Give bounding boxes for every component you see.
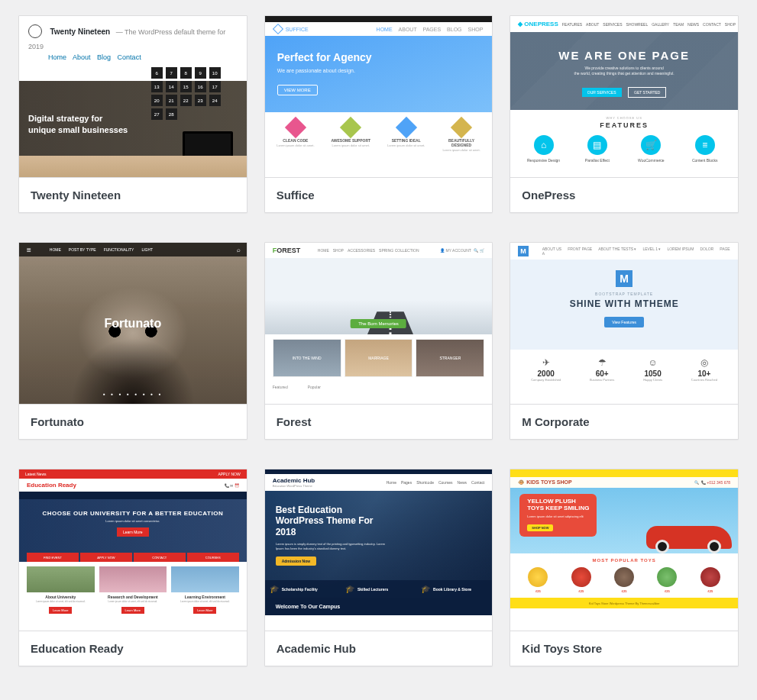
theme-name: Fortunato (19, 405, 247, 439)
tile-title: Skilled Lecturers (357, 587, 388, 592)
product-thumb (657, 567, 677, 587)
theme-thumbnail: ≡ HOME POST BY TYPE FUNCTIONALITY LIGHT … (19, 243, 247, 405)
preview-nav: HOME ABOUT PAGES BLOG SHOP (372, 27, 484, 32)
hexagon-icon (285, 117, 306, 138)
product-price: £25 (700, 589, 720, 593)
hero-tile: FIND EVENT (27, 553, 79, 562)
theme-card-forest[interactable]: FOREST HOMESHOPACCESSORIESSPRING COLLECT… (264, 242, 493, 440)
nav-link: Blog (97, 53, 111, 61)
hero-tile: COURSES (187, 553, 239, 562)
m-logo-large-icon: M (616, 270, 632, 287)
theme-card-kid-toys-store[interactable]: 🐵 KIDS TOYS SHOP 🔍 📞 +012 345 678 YELLOW… (510, 469, 739, 666)
circle-icon: ≡ (695, 135, 715, 155)
hero-title: Perfect for Agency (277, 51, 480, 63)
theme-card-suffice[interactable]: SUFFICE HOME ABOUT PAGES BLOG SHOP Perfe… (264, 15, 493, 213)
preview-nav: ABOUT USFRONT PAGEABOUT THE TESTS ▾LEVEL… (542, 247, 730, 256)
preview-brand: SUFFICE (286, 27, 309, 32)
user-icon: 👤 (440, 248, 445, 253)
column-image (99, 566, 167, 592)
product-thumb (571, 567, 591, 587)
hexagon-icon (451, 117, 472, 138)
circle-icon: ▤ (587, 135, 607, 155)
column-image (27, 566, 95, 592)
product-price: £25 (571, 589, 591, 593)
hexagon-icon (340, 117, 361, 138)
hero-subtitle: We provide creative solutions to clients… (510, 66, 738, 76)
product-thumb (528, 567, 548, 587)
theme-thumbnail: Latest NewsAPPLY NOW Education Ready 📞 ✉… (19, 469, 247, 631)
theme-thumbnail: M ABOUT USFRONT PAGEABOUT THE TESTS ▾LEV… (510, 243, 738, 405)
hero-button: Admission Now (276, 556, 317, 566)
hero-title: Best Education WordPress Theme For 2018 (276, 505, 375, 537)
hero-button: View Features (604, 317, 644, 327)
hero-subtitle: Lorem ipsum dolor sit amet consectetur. (19, 519, 247, 523)
theme-name: OnePress (510, 178, 738, 212)
primary-button: OUR SERVICES (582, 88, 622, 97)
graduation-cap-icon: 🎓 (345, 585, 354, 593)
footer-credit: Kid Toys Store Wordpress Theme By Themes… (510, 598, 738, 608)
graduation-cap-icon: 🎓 (270, 585, 279, 593)
section-eyebrow: WHY CHOOSE US (510, 116, 738, 120)
stat-value: 1050 (643, 369, 662, 378)
theme-card-academic-hub[interactable]: Academic Hub Education WordPress Theme H… (264, 469, 493, 666)
theme-card-fortunato[interactable]: ≡ HOME POST BY TYPE FUNCTIONALITY LIGHT … (18, 242, 247, 440)
preview-nav: 📞 ✉ ⏰ (225, 483, 239, 488)
tile-title: Book Library & Store (433, 587, 471, 592)
column-image (171, 566, 239, 592)
section-title: FEATURES (510, 121, 738, 129)
hero-tile: APPLY NOW (80, 553, 132, 562)
suffice-logo-icon (273, 24, 283, 34)
stat-icon: ◎ (691, 357, 717, 368)
theme-name: Forest (265, 405, 493, 439)
preview-nav: HomePagesShortcodeCoursesNewsContact (382, 480, 485, 485)
toy-car-graphic (646, 526, 732, 549)
theme-card-m-corporate[interactable]: M ABOUT USFRONT PAGEABOUT THE TESTS ▾LEV… (510, 242, 739, 440)
theme-name: M Corporate (510, 405, 738, 439)
product-price: £25 (528, 589, 548, 593)
search-icon: ⌕ (237, 247, 241, 253)
preview-brand: Academic Hub (273, 477, 315, 484)
column-button: Learn More (193, 607, 216, 614)
product-thumb (700, 567, 720, 587)
hero-subtitle: We are passionate about design. (277, 68, 480, 73)
topbar-right: APPLY NOW (218, 472, 240, 476)
theme-thumbnail: Academic Hub Education WordPress Theme H… (265, 469, 493, 631)
section-title: MOST POPULAR TOYS (510, 553, 738, 567)
stat-value: 10+ (691, 369, 717, 378)
column-button: Learn More (49, 607, 72, 614)
product-thumb (614, 567, 634, 587)
theme-card-education-ready[interactable]: Latest NewsAPPLY NOW Education Ready 📞 ✉… (18, 469, 247, 666)
themes-grid: Twenty Nineteen — The WordPress default … (18, 15, 739, 666)
phone-icon: 🔍 📞 +012 345 678 (694, 480, 730, 485)
theme-name: Suffice (265, 178, 493, 212)
theme-thumbnail: ONEPRESS FEATURESABOUTSERVICESSHOWREELGA… (510, 16, 738, 178)
feature-card: STRANGER (416, 339, 484, 377)
preview-brand: ONEPRESS (518, 21, 558, 27)
calendar-graphic: 678910 1314151617 2021222324 2728 (151, 67, 224, 102)
hamburger-icon: ≡ (27, 246, 31, 254)
m-logo-icon: M (518, 246, 528, 256)
hero-title: Fortunato (105, 317, 162, 331)
preview-nav: FEATURESABOUTSERVICESSHOWREELGALLERYTEAM… (558, 22, 736, 27)
hero-text: Digital strategy for unique small busine… (28, 113, 128, 137)
stat-icon: ☺ (643, 357, 662, 368)
brand-subtitle: Education WordPress Theme (273, 484, 315, 488)
preview-brand: 🐵 KIDS TOYS SHOP (518, 479, 571, 485)
nav-link: Home (48, 53, 66, 61)
theme-name: Twenty Nineteen (19, 178, 247, 212)
hero-title: WE ARE ONE PAGE (510, 49, 738, 62)
hero-title: SHINE WITH MTHEME (510, 298, 738, 309)
hero-button: VIEW MORE (277, 85, 318, 95)
hero-eyebrow: BOOTSTRAP TEMPLATE (510, 292, 738, 296)
shop-now-button: SHOP NOW (527, 524, 553, 531)
preview-brand: FOREST (273, 247, 301, 254)
nav-link: About (73, 53, 91, 61)
circle-icon: ⌂ (534, 135, 554, 155)
circle-icon: 🛒 (641, 135, 661, 155)
feature-card: MARRIAGE (345, 339, 413, 377)
theme-card-onepress[interactable]: ONEPRESS FEATURESABOUTSERVICESSHOWREELGA… (510, 15, 739, 213)
preview-nav: HOMESHOPACCESSORIESSPRING COLLECTION (318, 248, 423, 253)
hexagon-icon (396, 117, 417, 138)
theme-card-twenty-nineteen[interactable]: Twenty Nineteen — The WordPress default … (18, 15, 247, 213)
product-price: £25 (657, 589, 677, 593)
